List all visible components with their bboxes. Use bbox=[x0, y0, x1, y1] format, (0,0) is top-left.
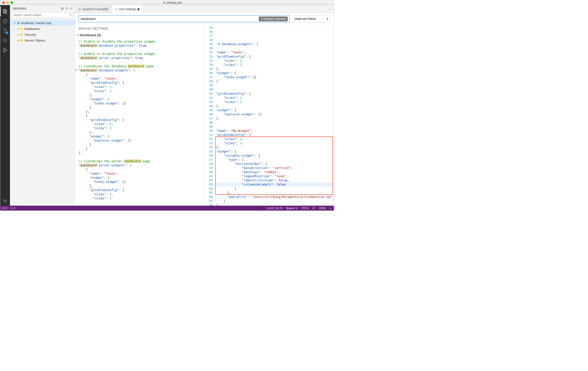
file-icon: ▣ bbox=[163, 1, 165, 4]
clear-search-icon[interactable]: ✕ bbox=[69, 13, 72, 17]
tabs: ◎ localhost:TutorialDB {} User Settings … bbox=[75, 5, 334, 13]
pane-header: DEFAULT SETTINGS bbox=[75, 27, 204, 32]
status-lang[interactable]: JSON bbox=[318, 207, 326, 209]
statusbar: ⓧ0 ⚠0 Ln 63, Col 74 Spaces: 4 UTF-8 LF J… bbox=[0, 206, 334, 210]
tree-item-security[interactable]: ▸ 📁 Security bbox=[10, 31, 75, 37]
status-eol[interactable]: LF bbox=[312, 207, 315, 209]
close-window[interactable] bbox=[2, 1, 5, 4]
default-settings-pane[interactable]: DEFAULT SETTINGS ▸Dashboard (4) ✎ // Ena… bbox=[75, 24, 205, 206]
default-settings-code[interactable]: // Enable or disable the properties widg… bbox=[75, 39, 204, 200]
svg-point-7 bbox=[4, 200, 6, 202]
dashboard-icon: ◎ bbox=[78, 8, 81, 11]
tree-item-server-objects[interactable]: ▸ 📁 Server Objects bbox=[10, 37, 75, 43]
error-icon: ⓧ bbox=[2, 206, 5, 210]
svg-point-4 bbox=[3, 48, 5, 49]
tab-label: localhost:TutorialDB bbox=[82, 8, 108, 11]
activity-files[interactable]: 1 bbox=[0, 26, 10, 36]
scope-select[interactable]: USER SETTINGS ▾ bbox=[292, 16, 330, 22]
svg-rect-1 bbox=[4, 10, 7, 13]
activity-bar: 1 bbox=[0, 5, 10, 206]
status-spaces[interactable]: Spaces: 4 bbox=[286, 207, 298, 209]
activity-search[interactable] bbox=[0, 36, 10, 45]
sidebar: SERVERS ⊞ ⎘ ▭ ✕ ▾ 🖥 localhost, master (s… bbox=[10, 5, 75, 206]
files-badge: 1 bbox=[5, 31, 9, 34]
server-tree: ▾ 🖥 localhost, master (sa) ▸ 📁 Databases… bbox=[10, 19, 75, 44]
status-warnings[interactable]: ⚠0 bbox=[10, 207, 15, 210]
warning-icon: ⚠ bbox=[10, 207, 13, 210]
tab-label: User Settings bbox=[119, 8, 136, 11]
window-controls[interactable] bbox=[2, 1, 13, 4]
minimize-window[interactable] bbox=[6, 1, 9, 4]
activity-explorer[interactable] bbox=[0, 7, 10, 16]
new-group-icon[interactable]: ⎘ bbox=[66, 7, 68, 10]
server-icon: 🖥 bbox=[16, 21, 20, 25]
user-settings-pane[interactable]: 25 26 27 28 29 30 31 32 33 34 35 36 37 3… bbox=[205, 24, 334, 206]
server-connection[interactable]: ▾ 🖥 localhost, master (sa) bbox=[10, 20, 75, 26]
settings-search-input[interactable] bbox=[78, 15, 290, 22]
matched-badge: 4 Settings matched bbox=[259, 17, 288, 21]
tab-overflow[interactable]: ⋯ bbox=[326, 5, 334, 13]
maximize-window[interactable] bbox=[10, 1, 13, 4]
folder-icon: 📁 bbox=[20, 33, 24, 36]
search-input[interactable] bbox=[12, 12, 73, 18]
svg-point-3 bbox=[3, 39, 6, 41]
activity-history[interactable] bbox=[0, 16, 10, 26]
sidebar-title: SERVERS bbox=[13, 7, 26, 10]
tree-item-databases[interactable]: ▸ 📁 Databases bbox=[10, 26, 75, 31]
folder-icon: 📁 bbox=[20, 39, 24, 42]
svg-rect-0 bbox=[3, 10, 6, 13]
tab-user-settings[interactable]: {} User Settings bbox=[112, 5, 143, 13]
activity-settings[interactable] bbox=[0, 196, 10, 206]
svg-point-6 bbox=[6, 50, 7, 51]
folder-icon: 📁 bbox=[20, 27, 24, 31]
svg-point-5 bbox=[3, 51, 5, 52]
line-gutter: 25 26 27 28 29 30 31 32 33 34 35 36 37 3… bbox=[205, 24, 215, 206]
settings-search-bar: 4 Settings matched USER SETTINGS ▾ bbox=[75, 13, 334, 24]
titlebar: ▣settings.json bbox=[0, 0, 334, 5]
status-feedback[interactable]: ☺ bbox=[329, 207, 332, 209]
new-connection-icon[interactable]: ⊞ bbox=[61, 7, 64, 10]
status-cursor[interactable]: Ln 63, Col 74 bbox=[267, 207, 282, 209]
chevron-down-icon: ▾ bbox=[327, 17, 328, 21]
json-icon: {} bbox=[116, 8, 117, 11]
tab-tutorialdb[interactable]: ◎ localhost:TutorialDB bbox=[75, 5, 112, 13]
user-settings-code[interactable]: "d.database.widgets": [ "name": "Tasks",… bbox=[215, 24, 334, 206]
edit-pencil-icon[interactable]: ✎ bbox=[75, 68, 77, 72]
activity-source-control[interactable] bbox=[0, 45, 10, 55]
collapse-all-icon[interactable]: ▭ bbox=[70, 7, 73, 10]
editor-area: ◎ localhost:TutorialDB {} User Settings … bbox=[75, 5, 334, 206]
dirty-indicator bbox=[137, 8, 139, 10]
status-encoding[interactable]: UTF-8 bbox=[301, 207, 309, 209]
window-title: settings.json bbox=[166, 1, 182, 4]
status-errors[interactable]: ⓧ0 bbox=[2, 206, 7, 210]
section-dashboard[interactable]: ▸Dashboard (4) bbox=[75, 32, 204, 39]
sidebar-search[interactable]: ✕ bbox=[12, 12, 73, 18]
